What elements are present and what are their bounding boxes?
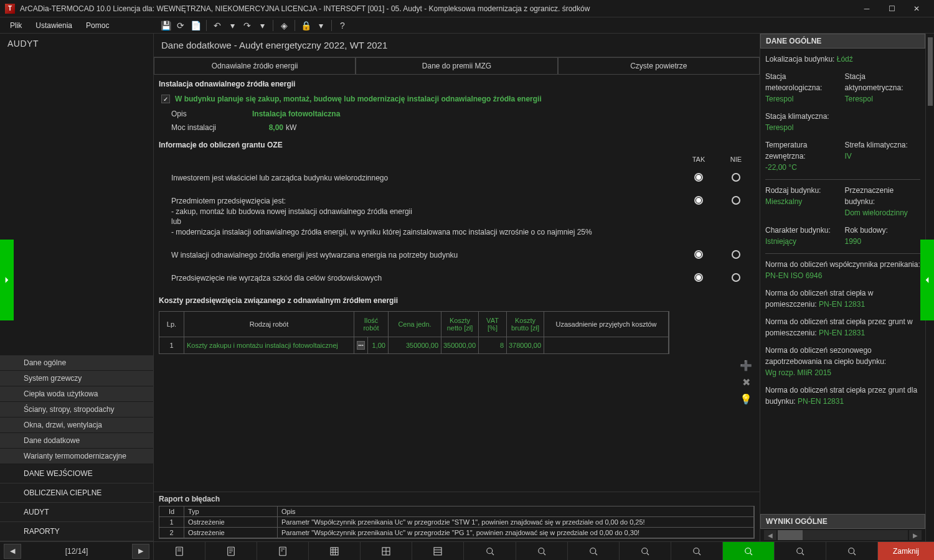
scroll-thumb[interactable] <box>778 530 803 540</box>
svg-point-8 <box>590 548 595 553</box>
tab-oze[interactable]: Odnawialne źródło energii <box>154 57 356 75</box>
cell-name[interactable]: Koszty zakupu i montażu instalacji fotow… <box>184 337 354 353</box>
cell-cena[interactable]: 350000,00 <box>389 337 441 353</box>
menu-help[interactable]: Pomoc <box>86 21 109 30</box>
lokal-label: Lokalizacja budynku: <box>765 55 834 63</box>
menu-settings[interactable]: Ustawienia <box>35 21 72 30</box>
cell-uzas[interactable] <box>544 337 669 353</box>
cell-netto[interactable]: 350000,00 <box>441 337 479 353</box>
undo-icon[interactable]: ↶ <box>210 19 224 32</box>
refresh-icon[interactable]: ⟳ <box>174 19 187 32</box>
app-icon: T <box>5 4 15 14</box>
przezn-label: Przeznaczenie budynku: <box>845 185 921 207</box>
sb-tab-8[interactable] <box>516 542 568 560</box>
nav-cat-obliczenia[interactable]: OBLICZENIA CIEPLNE <box>0 483 153 503</box>
menu-file[interactable]: Plik <box>10 21 22 30</box>
th-brutto: Koszty brutto [zł] <box>507 312 544 337</box>
delete-row-icon[interactable]: ✖ <box>742 376 750 388</box>
add-row-icon[interactable]: ➕ <box>740 360 752 371</box>
svg-rect-5 <box>434 548 441 555</box>
pager-label: [12/14] <box>25 547 128 556</box>
nav-warianty[interactable]: Warianty termomodernizacyjne <box>0 449 153 464</box>
grant-q2: Przedmiotem przedsięwzięcia jest:- zakup… <box>171 196 680 238</box>
tab-mzg[interactable]: Dane do premii MZG <box>356 57 557 75</box>
redo-icon[interactable]: ↷ <box>240 19 254 32</box>
rth-type: Typ <box>184 506 278 517</box>
panel-dane-ogolne-header[interactable]: DANE OGÓLNE <box>760 34 925 49</box>
cell-brutto[interactable]: 378000,00 <box>507 337 544 353</box>
nav-okna[interactable]: Okna, drzwi, wentylacja <box>0 418 153 433</box>
sb-tab-6[interactable] <box>412 542 464 560</box>
nav-next-handle[interactable] <box>920 240 934 320</box>
nav-dane-dodatkowe[interactable]: Dane dodatkowe <box>0 433 153 449</box>
lock-icon[interactable]: 🔒 <box>299 19 313 32</box>
report-row-2[interactable]: 2 Ostrzeżenie Parametr "Współczynnik prz… <box>159 528 754 538</box>
section-koszty: Koszty przedsięwzięcia związanego z odna… <box>159 294 755 307</box>
nav-system-grzewczy[interactable]: System grzewczy <box>0 371 153 386</box>
sb-tab-10[interactable] <box>620 542 671 560</box>
cost-table: Lp. Rodzaj robót Ilość robót Cena jedn. … <box>159 311 669 354</box>
pager-prev-button[interactable]: ◀ <box>4 544 21 559</box>
sb-tab-2[interactable] <box>205 542 257 560</box>
maximize-button[interactable]: ☐ <box>879 0 904 17</box>
sb-tab-9[interactable] <box>568 542 620 560</box>
q1-nie-radio[interactable] <box>732 173 740 182</box>
nav-cwu[interactable]: Ciepła woda użytkowa <box>0 386 153 402</box>
nav-prev-handle[interactable] <box>0 240 14 320</box>
q1-tak-radio[interactable] <box>694 173 703 182</box>
q2-nie-radio[interactable] <box>732 196 740 205</box>
moc-value[interactable]: 8,00 <box>252 123 283 132</box>
sb-tab-1[interactable] <box>154 542 205 560</box>
minimize-button[interactable]: ─ <box>854 0 879 17</box>
checkbox-oze-planned[interactable] <box>161 95 170 103</box>
scroll-right-icon[interactable]: ▶ <box>909 530 922 540</box>
scroll-track[interactable] <box>778 530 908 540</box>
opis-value[interactable]: Instalacja fotowoltaiczna <box>252 110 340 118</box>
n2-value: PN-EN 12831 <box>819 300 865 309</box>
pager-next-button[interactable]: ▶ <box>132 544 149 559</box>
module-title: AUDYT <box>0 34 153 54</box>
export-icon[interactable]: 📄 <box>189 19 202 32</box>
sb-tab-4[interactable] <box>309 542 361 560</box>
redo-dropdown-icon[interactable]: ▾ <box>255 19 269 32</box>
close-window-button[interactable]: ✕ <box>904 0 929 17</box>
nav-cat-audyt[interactable]: AUDYT <box>0 503 153 522</box>
report-row-1[interactable]: 1 Ostrzeżenie Parametr "Współczynnik prz… <box>159 517 754 528</box>
n1-label: Norma do obliczeń współczynnika przenika… <box>765 260 920 269</box>
sb-tab-5[interactable] <box>361 542 412 560</box>
row-menu-button[interactable]: ••• <box>357 341 365 350</box>
lock-dropdown-icon[interactable]: ▾ <box>314 19 328 32</box>
bulb-icon[interactable]: 💡 <box>740 393 752 405</box>
sb-tab-7[interactable] <box>464 542 516 560</box>
scroll-left-icon[interactable]: ◀ <box>764 530 776 540</box>
q4-tak-radio[interactable] <box>694 273 703 282</box>
char-value: Istniejący <box>765 236 841 247</box>
right-outer-scrollbar-thumb[interactable] <box>928 37 933 106</box>
svg-point-13 <box>849 548 854 553</box>
layers-icon[interactable]: ◈ <box>277 19 291 32</box>
nav-dane-ogolne[interactable]: Dane ogólne <box>0 355 153 371</box>
cell-ilosc[interactable]: 1,00 <box>368 337 389 353</box>
tab-czyste-powietrze[interactable]: Czyste powietrze <box>558 57 760 75</box>
cost-row-1[interactable]: 1 Koszty zakupu i montażu instalacji fot… <box>159 337 669 353</box>
sb-tab-12[interactable] <box>723 542 775 560</box>
sb-tab-13[interactable] <box>775 542 826 560</box>
panel-wyniki-header[interactable]: WYNIKI OGÓLNE <box>760 514 925 529</box>
nav-cat-raporty[interactable]: RAPORTY <box>0 522 153 541</box>
q3-tak-radio[interactable] <box>694 250 703 259</box>
cell-vat[interactable]: 8 <box>479 337 507 353</box>
save-icon[interactable]: 💾 <box>159 19 172 32</box>
close-button[interactable]: Zamknij <box>878 542 934 560</box>
q2-tak-radio[interactable] <box>694 196 703 205</box>
undo-dropdown-icon[interactable]: ▾ <box>225 19 239 32</box>
separator <box>295 20 295 31</box>
sb-tab-11[interactable] <box>671 542 723 560</box>
help-icon[interactable]: ? <box>336 19 349 32</box>
th-lp: Lp. <box>159 312 184 337</box>
q4-nie-radio[interactable] <box>732 273 740 282</box>
nav-sciany[interactable]: Ściany, stropy, stropodachy <box>0 402 153 418</box>
q3-nie-radio[interactable] <box>732 250 740 259</box>
sb-tab-3[interactable] <box>257 542 309 560</box>
nav-cat-dane-wejsciowe[interactable]: DANE WEJŚCIOWE <box>0 464 153 483</box>
sb-tab-14[interactable] <box>826 542 878 560</box>
